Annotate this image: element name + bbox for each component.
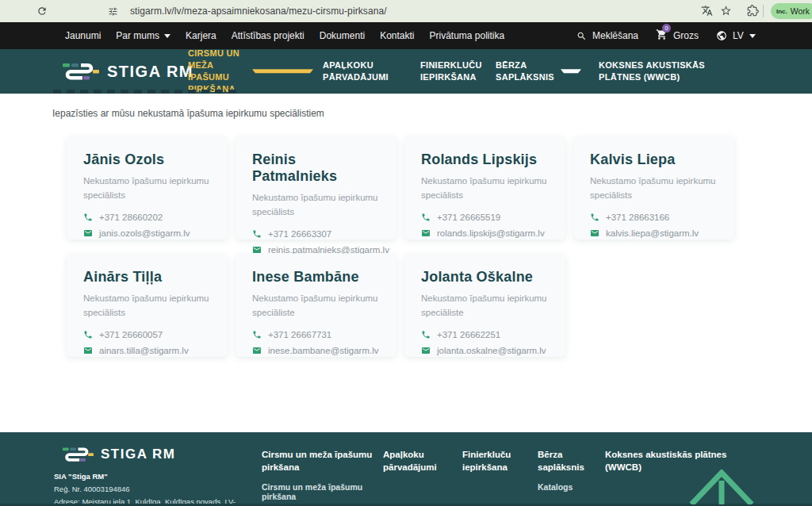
- footer-heading[interactable]: Bērza saplāksnis: [538, 448, 601, 473]
- email-icon: [590, 228, 599, 238]
- bookmark-star-icon[interactable]: [720, 5, 732, 17]
- mainnav-berza-saplaksnis[interactable]: BĒRZA SAPLĀKSNIS: [496, 59, 581, 83]
- phone-link[interactable]: +371 26660057: [99, 330, 163, 339]
- specialist-name: Reinis Patmalnieks: [252, 151, 384, 185]
- footer-heading[interactable]: Finierkluču iepirkšana: [462, 448, 530, 473]
- company-name: SIA "Stiga RM": [54, 470, 236, 483]
- email-link[interactable]: inese.bambane@stigarm.lv: [268, 346, 379, 355]
- phone-row: +371 28660202: [83, 213, 215, 222]
- address-bar[interactable]: stigarm.lv/lv/meza-apsaimniekosana/mezu-…: [130, 6, 387, 17]
- chevron-down-icon: [252, 70, 313, 74]
- specialist-card: Reinis Patmalnieks Nekustamo īpašumu iep…: [236, 136, 396, 240]
- phone-icon: [252, 330, 262, 339]
- tree-decoration-icon: [680, 470, 763, 504]
- specialist-name: Jānis Ozols: [83, 151, 215, 168]
- profile-badge: Inc.: [776, 8, 787, 15]
- specialist-role: Nekustamo īpašumu iepirkumu speciālists: [421, 174, 553, 203]
- phone-link[interactable]: +371 28660202: [99, 213, 163, 222]
- browser-profile-chip[interactable]: Inc. Work: [771, 3, 812, 19]
- utility-actions: Meklēšana 0 Grozs LV: [576, 22, 756, 49]
- email-link[interactable]: jolanta.oskalne@stigarm.lv: [437, 346, 546, 355]
- main-header: STIGA RM CIRSMU UN MEŽA ĪPAŠUMU PIRKŠANA…: [0, 49, 812, 94]
- brand-name: STIGA RM: [101, 447, 175, 462]
- specialist-name: Inese Bambāne: [252, 269, 384, 286]
- footer-link-katalogs[interactable]: Katalogs: [538, 482, 601, 492]
- footer-col-finierklucu: Finierkluču iepirkšana: [462, 448, 530, 473]
- stiga-rm-logo-icon: [62, 61, 100, 82]
- cart-button[interactable]: 0 Grozs: [656, 29, 699, 43]
- phone-link[interactable]: +371 28663166: [606, 213, 669, 222]
- specialist-role: Nekustamo īpašumu iepirkumu speciālists: [252, 191, 384, 220]
- phone-icon: [83, 213, 93, 222]
- mainnav-koksnes-akustiskas-platnes[interactable]: KOKSNES AKUSTISKĀS PLĀTNES (WWCB): [599, 59, 737, 83]
- utility-nav: Jaunumi Par mums Karjera Attīstības proj…: [65, 22, 504, 49]
- nav-dokumenti[interactable]: Dokumenti: [320, 30, 365, 41]
- mainnav-apalkoku-parvadajumi[interactable]: APAĻKOKU PĀRVADĀJUMI: [323, 59, 398, 83]
- email-icon: [252, 346, 262, 355]
- chevron-down-icon: [561, 70, 581, 74]
- clipped-page-heading: [53, 90, 238, 94]
- specialist-card: Ainārs Tiļļa Nekustamo īpašumu iepirkumu…: [67, 254, 228, 357]
- email-icon: [83, 346, 93, 355]
- language-selector[interactable]: LV: [716, 30, 756, 41]
- nav-jaunumi[interactable]: Jaunumi: [65, 30, 101, 41]
- footer-heading[interactable]: Cirsmu un meža īpašumu pirkšana: [262, 448, 373, 473]
- company-reg-number: Reģ. Nr. 40003194846: [54, 483, 236, 496]
- cart-icon: 0: [656, 29, 668, 43]
- chevron-down-icon: [164, 34, 170, 38]
- nav-kontakti[interactable]: Kontakti: [380, 30, 414, 41]
- phone-icon: [590, 213, 599, 222]
- email-link[interactable]: ainars.tilla@stigarm.lv: [99, 346, 189, 355]
- email-icon: [252, 245, 262, 255]
- nav-karjera[interactable]: Karjera: [186, 30, 216, 41]
- phone-link[interactable]: +371 26665519: [437, 213, 500, 222]
- phone-icon: [83, 330, 93, 339]
- phone-link[interactable]: +371 26663307: [268, 229, 331, 239]
- company-info: SIA "Stiga RM" Reģ. Nr. 40003194846 Adre…: [54, 470, 236, 506]
- nav-par-mums[interactable]: Par mums: [116, 30, 170, 41]
- brand-name: STIGA RM: [107, 63, 193, 81]
- site-utility-bar: Jaunumi Par mums Karjera Attīstības proj…: [0, 22, 812, 49]
- specialist-card: Inese Bambāne Nekustamo īpašumu iepirkum…: [236, 254, 396, 357]
- site-footer: STIGA RM SIA "Stiga RM" Reģ. Nr. 4000319…: [0, 432, 812, 506]
- section-subtitle: Iepazīsties ar mūsu nekustamā īpašuma ie…: [52, 108, 324, 119]
- specialist-card: Rolands Lipskijs Nekustamo īpašumu iepir…: [404, 136, 565, 240]
- specialist-card: Kalvis Liepa Nekustamo īpašumu iepirkumu…: [573, 136, 734, 240]
- mainnav-cirsmu-pirksana[interactable]: CIRSMU UN MEŽA ĪPAŠUMU PIRKŠANA: [188, 48, 313, 94]
- specialist-card: Jānis Ozols Nekustamo īpašumu iepirkumu …: [67, 136, 228, 240]
- footer-col-apalkoku: Apaļkoku pārvadājumi: [383, 448, 454, 473]
- nav-attistibas-projekti[interactable]: Attīstības projekti: [232, 30, 304, 41]
- nav-privatuma-politika[interactable]: Privātuma politika: [430, 30, 505, 41]
- specialist-name: Rolands Lipskijs: [421, 151, 553, 168]
- email-row: janis.ozols@stigarm.lv: [83, 228, 215, 238]
- email-icon: [421, 346, 431, 355]
- phone-icon: [252, 229, 262, 239]
- specialist-role: Nekustamo īpašumu iepirkumu speciāliste: [252, 292, 384, 320]
- translate-icon[interactable]: [701, 5, 713, 17]
- phone-link[interactable]: +371 26667731: [268, 330, 331, 339]
- logo-home-link[interactable]: STIGA RM: [62, 61, 193, 82]
- footer-link-cirsmu-pirksana[interactable]: Cirsmu un meža īpašumu pirkšana: [262, 482, 373, 501]
- email-link[interactable]: reinis.patmalnieks@stigarm.lv: [268, 245, 389, 255]
- email-link[interactable]: kalvis.liepa@stigarm.lv: [606, 228, 699, 238]
- extensions-puzzle-icon[interactable]: [747, 5, 759, 17]
- search-icon: [576, 31, 587, 41]
- specialist-role: Nekustamo īpašumu iepirkumu speciālists: [83, 174, 215, 203]
- mainnav-finierklucu-iepirksana[interactable]: FINIERKLUČU IEPIRKŠANA: [420, 59, 492, 83]
- globe-icon: [716, 30, 727, 41]
- email-link[interactable]: janis.ozols@stigarm.lv: [99, 228, 190, 238]
- specialist-role: Nekustamo īpašumu iepirkumu speciāliste: [421, 292, 553, 320]
- footer-heading[interactable]: Apaļkoku pārvadājumi: [383, 448, 454, 473]
- reload-icon[interactable]: [36, 6, 48, 17]
- specialist-name: Ainārs Tiļļa: [83, 269, 215, 286]
- phone-link[interactable]: +371 26662251: [437, 330, 500, 339]
- email-link[interactable]: rolands.lipskijs@stigarm.lv: [437, 228, 545, 238]
- phone-icon: [421, 213, 431, 222]
- browser-window: stigarm.lv/lv/meza-apsaimniekosana/mezu-…: [0, 0, 812, 506]
- email-icon: [83, 228, 93, 238]
- site-settings-icon[interactable]: [108, 6, 118, 17]
- footer-logo[interactable]: STIGA RM: [62, 446, 175, 463]
- specialist-name: Jolanta Oškalne: [421, 269, 553, 286]
- company-address: Adrese: Meistaru iela 1, Kuldīga, Kuldīg…: [54, 496, 236, 506]
- search-button[interactable]: Meklēšana: [576, 30, 638, 41]
